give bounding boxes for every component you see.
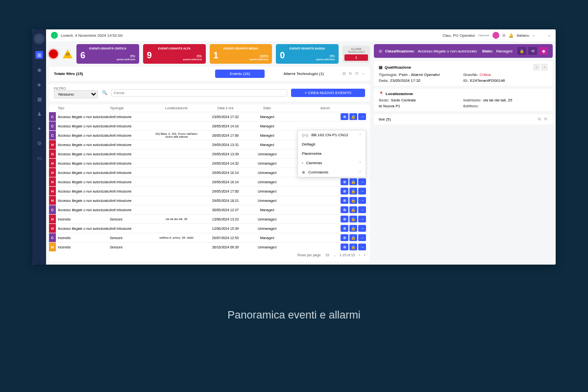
nav-item-5[interactable]: ♟	[35, 110, 43, 118]
refresh-icon[interactable]: ↻	[349, 72, 352, 76]
expand-icon[interactable]: ⇱	[544, 117, 548, 122]
stat-card[interactable]: EVENTI GRAVITÀ ALTA90%questa settimana	[143, 44, 206, 64]
nav-item-7[interactable]: ⚙	[35, 139, 43, 147]
action-wifi-icon[interactable]: ⊗	[341, 244, 348, 250]
stat-card[interactable]: EVENTI GRAVITÀ BASSA00%questa settimana	[276, 44, 339, 64]
lock-button[interactable]: 🔒	[517, 47, 526, 55]
tab-allarmi-tech[interactable]: Allarmi Technologici (1)	[269, 70, 339, 78]
detail-header: ◎ Classificazione: Accesso illegale o no…	[374, 44, 553, 58]
severity-badge: H	[49, 177, 56, 186]
col-tipo: Tipo	[56, 106, 110, 110]
location-icon[interactable]: ⊙	[502, 33, 506, 38]
action-arrow-icon[interactable]: →	[358, 178, 366, 185]
rows-per-page[interactable]: 15	[325, 253, 329, 257]
action-lock-icon[interactable]: 🔒	[349, 206, 357, 213]
nav-item-8[interactable]: ▭	[35, 154, 43, 162]
bell-icon[interactable]: 🔔	[509, 33, 514, 38]
popup-planimetria[interactable]: Planimetria	[298, 149, 366, 158]
caption: Panoramica eventi e allarmi	[227, 309, 360, 321]
page-prev[interactable]: ‹	[359, 253, 360, 257]
action-arrow-icon[interactable]: →	[358, 234, 366, 241]
table-row[interactable]: HIncendioSensorevia tal dei tali, 2513/0…	[49, 214, 370, 223]
severity-badge: C	[49, 122, 56, 130]
col-azioni: Azioni	[284, 106, 370, 110]
next-icon[interactable]: ›	[541, 64, 548, 71]
severity-badge: C	[49, 233, 56, 242]
action-wifi-icon[interactable]: ⊗	[341, 178, 348, 185]
table-row[interactable]: CAccesso illegale o non autorizzatoAnti …	[49, 121, 370, 130]
action-wifi-icon[interactable]: ⊗	[341, 216, 348, 222]
action-wifi-icon[interactable]: ⊗	[341, 206, 348, 213]
table-row[interactable]: HAccesso illegale o non autorizzatoAnti …	[49, 186, 370, 196]
page-range: 1-15 of 15	[340, 253, 355, 257]
stat-card[interactable]: EVENTI GRAVITÀ CRITICA60%questa settiman…	[76, 44, 139, 64]
reload-icon[interactable]: ↻	[538, 117, 541, 122]
action-wifi-icon[interactable]: ⊗	[341, 188, 348, 195]
table-row[interactable]: HAccesso illegale o non autorizzatoAnti …	[49, 196, 370, 205]
action-lock-icon[interactable]: 🔒	[349, 178, 357, 185]
severity-badge: C	[49, 112, 56, 121]
table-row[interactable]: HAccesso illegale o non autorizzatoAnti …	[49, 177, 370, 186]
prev-icon[interactable]: ‹	[533, 64, 540, 71]
greeting: Ciao, PO Operator	[442, 33, 475, 38]
action-arrow-icon[interactable]: →	[358, 206, 366, 213]
nav-item-2[interactable]: ◉	[35, 66, 43, 74]
topbar: ⋮ Lunedì, 4 Novembre 2024 14:52:00 Ciao,…	[46, 29, 556, 41]
action-arrow-icon[interactable]: →	[358, 197, 366, 204]
action-lock-icon[interactable]: 🔒	[349, 225, 357, 232]
tab-evento[interactable]: Evento (16)	[215, 70, 265, 78]
row-context-menu: ((•))BB.162.CN-P1.CN12⌃ Dettagli Planime…	[297, 130, 366, 177]
action-lock-icon[interactable]: 🔒	[349, 244, 357, 250]
action-lock-icon[interactable]: 🔒	[349, 197, 357, 204]
content: 10 EVENTI GRAVITÀ CRITICA60%questa setti…	[46, 41, 556, 265]
tool-icon-4[interactable]: ↔	[361, 72, 365, 76]
create-event-button[interactable]: + CREA NUOVO EVENTO	[291, 89, 365, 97]
tool-icon-3[interactable]: ⊓	[355, 72, 358, 76]
popup-commands[interactable]: ◉Commands⌃	[298, 168, 366, 177]
popup-cameras[interactable]: ▪Cameras⌃	[298, 158, 366, 168]
total-filter: Totale filtro (15)	[54, 72, 83, 76]
lang-select[interactable]: Italiano	[516, 33, 529, 38]
nav-item-6[interactable]: ✦	[35, 124, 43, 132]
left-pane: 10 EVENTI GRAVITÀ CRITICA60%questa setti…	[49, 44, 370, 262]
action-wifi-icon[interactable]: ⊗	[341, 197, 348, 204]
table-row[interactable]: CAccesso illegale o non autorizzatoAnti …	[49, 205, 370, 214]
page-next[interactable]: ›	[364, 253, 365, 257]
expand-icon[interactable]: ⌄	[548, 33, 551, 37]
nav-item-4[interactable]: ▦	[35, 95, 43, 103]
tech-alarm-card[interactable]: ALLARMI TECNOLOGICI 1	[343, 46, 370, 63]
action-arrow-icon[interactable]: →	[358, 188, 366, 195]
table-row[interactable]: HAccesso illegale o non autorizzatoAnti …	[49, 223, 370, 233]
action-lock-icon[interactable]: 🔒	[349, 188, 357, 195]
tool-icon-1[interactable]: ⊡	[343, 72, 346, 76]
table-row[interactable]: CIncendioSensoreedificio A, primo, 34, d…	[49, 233, 370, 242]
filter-label: FILTRO	[54, 87, 98, 90]
role: Operator	[478, 34, 490, 37]
stat-card[interactable]: EVENTI GRAVITÀ MEDIA1100%questa settiman…	[210, 44, 272, 64]
table-row[interactable]: MIncendioSensore30/10/2024 09:39Unmanage…	[49, 242, 370, 251]
table-row[interactable]: CAccesso illegale o non autorizzatoAnti …	[49, 112, 370, 121]
link-button[interactable]: ⟲	[528, 47, 537, 55]
action-arrow-icon[interactable]: →	[358, 244, 366, 250]
alarm-dot-icon	[49, 49, 58, 58]
action-arrow-icon[interactable]: →	[358, 225, 366, 232]
popup-device[interactable]: ((•))BB.162.CN-P1.CN12⌃	[298, 130, 366, 140]
close-detail-button[interactable]: ◉	[539, 47, 548, 55]
filter-select[interactable]: Nessuno	[54, 90, 98, 98]
search-input[interactable]	[111, 89, 287, 97]
target-icon: ◎	[379, 49, 382, 53]
popup-dettagli[interactable]: Dettagli	[298, 140, 366, 149]
chevron-down-icon[interactable]: ⌄	[532, 33, 535, 37]
action-lock-icon[interactable]: 🔒	[349, 216, 357, 222]
action-lock-icon[interactable]: 🔒	[349, 234, 357, 241]
avatar[interactable]	[492, 32, 499, 39]
action-wifi-icon[interactable]: ⊗	[341, 225, 348, 232]
action-arrow-icon[interactable]: →	[358, 113, 366, 120]
action-arrow-icon[interactable]: →	[358, 216, 366, 222]
nav-dashboard[interactable]: ⊞	[35, 51, 43, 59]
action-wifi-icon[interactable]: ⊗	[341, 113, 348, 120]
action-lock-icon[interactable]: 🔒	[349, 113, 357, 120]
app-window: ⊞ ◉ ◈ ▦ ♟ ✦ ⚙ ▭ ⋮ Lunedì, 4 Novembre 202…	[32, 29, 556, 265]
action-wifi-icon[interactable]: ⊗	[341, 234, 348, 241]
nav-item-3[interactable]: ◈	[35, 80, 43, 88]
